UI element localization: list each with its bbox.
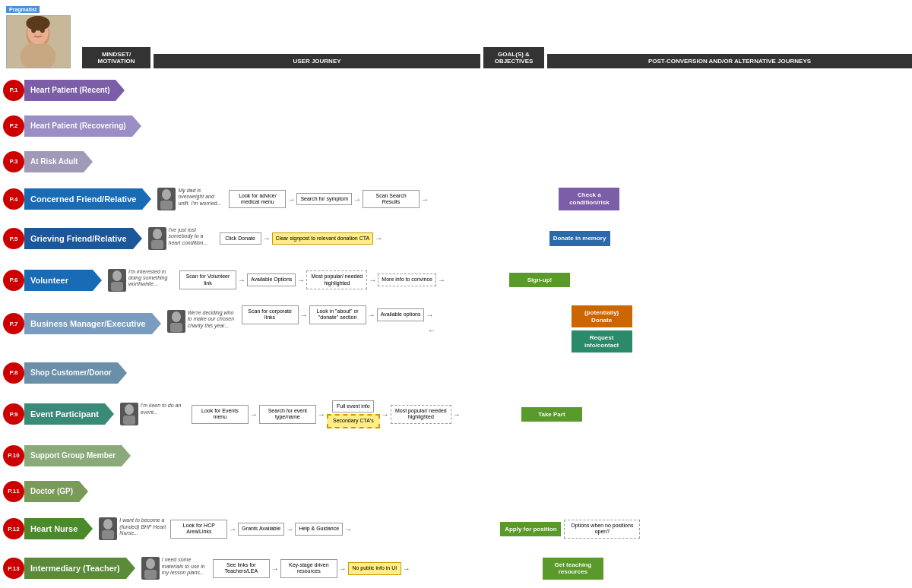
avatar-p13	[141, 557, 160, 580]
j-box-p6-1: Scan for Volunteer link	[179, 270, 236, 289]
svg-point-19	[146, 558, 155, 569]
goal-box-p4: Check a condition/risk	[559, 188, 619, 210]
j-box-p4-3: Scan Search Results	[363, 190, 420, 209]
persona-arrow-p5: Grieving Friend/Relative	[24, 228, 142, 249]
avatar-p6	[108, 269, 126, 292]
j-box-p13-highlight: No public info in UI	[348, 562, 401, 574]
header-row: Pragmatist MINDSET/ MOTIVATION USER JOUR…	[0, 0, 912, 71]
svg-point-9	[153, 229, 162, 239]
persona-badge-p10: P.10	[3, 445, 24, 466]
persona-badge-p13: P.13	[3, 558, 24, 579]
svg-rect-8	[160, 201, 173, 210]
journey-p12: Look for HCP Area/Links → Grants Availab…	[170, 520, 497, 539]
j-box-p7-2: Look in "about" or "donate" section	[309, 305, 366, 324]
mindset-header: MINDSET/ MOTIVATION	[82, 47, 150, 68]
mindset-p7: We're deciding who to make our chosen ch…	[167, 310, 236, 333]
goal-p9: Take Part	[521, 407, 582, 422]
goal-p12: Apply for position	[500, 522, 561, 537]
j-box-p9-4: Most popular/ needed highlighted	[391, 405, 451, 424]
persona-row-p4: P.4 Concerned Friend/Relative My dad is …	[0, 180, 912, 218]
journey-p7: Scan for corporate links → Look in "abou…	[242, 305, 568, 324]
persona-badge-p2: P.2	[3, 115, 24, 137]
svg-rect-16	[123, 416, 135, 425]
persona-arrow-p10: Support Group Member	[24, 445, 131, 466]
svg-point-6	[26, 16, 49, 31]
mindset-text-p4: My dad is overweight and unfit. I'm worr…	[178, 188, 226, 207]
svg-point-17	[103, 519, 112, 530]
persona-row-p5: P.5 Grieving Friend/Relative I've just l…	[0, 220, 912, 258]
journey-p13: See links for Teachers/LEA → Key-stage d…	[213, 559, 540, 578]
mindset-p5: I've just lost somebody to a heart condi…	[148, 227, 217, 250]
goal-box-p9: Take Part	[521, 407, 582, 422]
svg-rect-18	[102, 530, 114, 539]
j-box-p12-3: Help & Guidance	[295, 523, 343, 535]
persona-row-p3: P.3 At Risk Adult	[0, 144, 912, 179]
goal-box-p6: Sign-up!	[509, 273, 570, 288]
j-box-p4-2: Search for symptom	[296, 193, 352, 205]
avatar-box	[6, 15, 71, 68]
svg-point-11	[112, 270, 122, 281]
j-box-p5-highlight: Clear signpost to relevant donation CTA	[272, 232, 374, 245]
goal-p6: Sign-up!	[509, 273, 570, 288]
persona-row-p9: P.9 Event Participant I'm keen to do an …	[0, 391, 912, 437]
svg-point-13	[172, 311, 181, 322]
mindset-text-p7: We're deciding who to make our chosen ch…	[188, 310, 236, 329]
persona-arrow-p2: Heart Patient (Recovering)	[24, 115, 141, 137]
goal-box-p12: Apply for position	[500, 522, 561, 537]
persona-badge-p8: P.8	[3, 362, 24, 384]
goal-box-p7: (potentially) Donate	[572, 305, 632, 327]
j-box-p12-1: Look for HCP Area/Links	[170, 520, 227, 539]
avatar-p5	[148, 227, 166, 250]
j-box-p9-3: Full event info	[332, 400, 374, 413]
persona-row-p7: P.7 Business Manager/Executive We're dec…	[0, 302, 912, 354]
persona-arrow-p1: Heart Patient (Recent)	[24, 80, 125, 101]
mindset-text-p13: I need some materials to use in my lesso…	[162, 557, 210, 576]
persona-row-p2: P.2 Heart Patient (Recovering)	[0, 109, 912, 143]
persona-row-p6: P.6 Volunteer I'm interested in doing so…	[0, 259, 912, 301]
goal-box-p5: Donate in memory	[549, 231, 610, 246]
pragmatist-label: Pragmatist	[6, 6, 40, 13]
j-box-p6-3: Most popular/ needed highlighted	[306, 270, 367, 289]
persona-row-p1: P.1 Heart Patient (Recent)	[0, 73, 912, 107]
j-box-p6-4: More info to convince	[378, 273, 436, 286]
svg-rect-10	[151, 240, 163, 249]
persona-row-p11: P.11 Doctor (GP)	[0, 474, 912, 508]
goal-box-p13: Get teaching resources	[543, 558, 603, 580]
goal-box-p7-post: Request info/contact	[572, 330, 632, 352]
persona-badge-p7: P.7	[3, 313, 24, 334]
persona-arrow-p12: Heart Nurse	[24, 518, 93, 539]
avatar-p9	[120, 403, 138, 425]
mindset-p13: I need some materials to use in my lesso…	[141, 557, 210, 580]
svg-point-15	[125, 404, 134, 415]
journey-p9: Look for Events menu → Search for event …	[192, 400, 518, 428]
avatar-p4	[157, 188, 176, 210]
persona-badge-p4: P.4	[3, 188, 24, 210]
svg-rect-14	[170, 323, 182, 332]
persona-badge-p11: P.11	[3, 481, 24, 502]
goals-header: GOAL(S) & OBJECTIVES	[483, 47, 544, 68]
svg-rect-12	[111, 282, 123, 291]
main-container: Pragmatist MINDSET/ MOTIVATION USER JOUR…	[0, 0, 912, 588]
persona-badge-p9: P.9	[3, 403, 24, 425]
persona-badge-p3: P.3	[3, 151, 24, 172]
goal-p5: Donate in memory	[549, 231, 610, 246]
persona-badge-p1: P.1	[3, 80, 24, 101]
persona-badge-p5: P.5	[3, 228, 24, 249]
persona-badge-p6: P.6	[3, 270, 24, 291]
j-box-p7-1: Scan for corporate links	[242, 305, 299, 324]
mindset-p4: My dad is overweight and unfit. I'm worr…	[157, 188, 226, 210]
post-p12: Options when no positions open?	[564, 520, 912, 539]
j-box-p4-1: Look for advice/ medical menu	[229, 190, 286, 209]
persona-arrow-p11: Doctor (GP)	[24, 481, 88, 502]
avatar-p7	[167, 310, 185, 333]
j-box-p12-2: Grants Available	[238, 523, 284, 535]
goal-p4: Check a condition/risk	[559, 188, 619, 210]
journey-header: USER JOURNEY	[154, 54, 480, 68]
persona-arrow-p8: Shop Customer/Donor	[24, 362, 127, 384]
persona-arrow-p3: At Risk Adult	[24, 151, 93, 172]
persona-arrow-p6: Volunteer	[24, 270, 102, 291]
persona-badge-p12: P.12	[3, 518, 24, 539]
avatar-p12	[99, 517, 117, 540]
column-headers: MINDSET/ MOTIVATION USER JOURNEY GOAL(S)…	[82, 47, 912, 68]
mindset-p6: I'm interested in doing something worthw…	[108, 269, 176, 292]
